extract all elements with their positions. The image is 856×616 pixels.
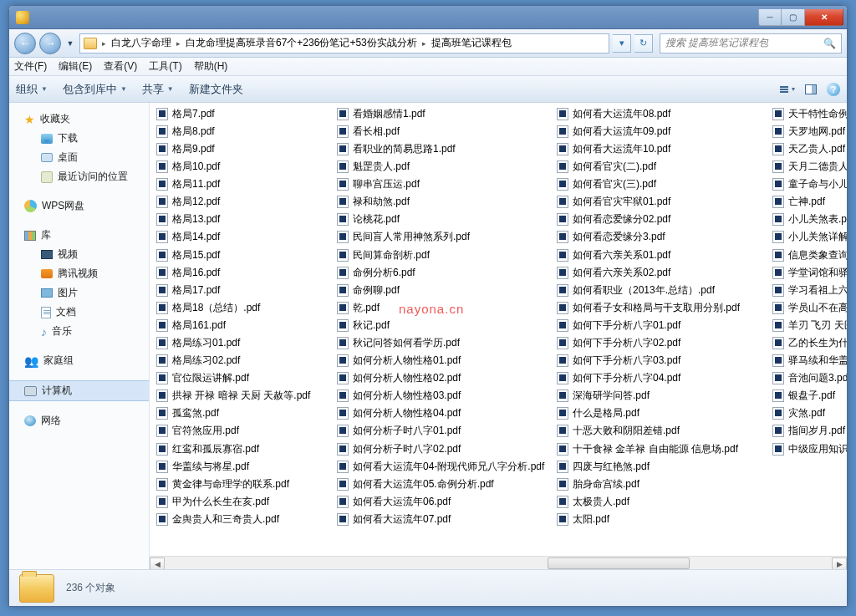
file-item[interactable]: 天月二德贵人.pd xyxy=(772,159,847,175)
file-item[interactable]: 拱禄 开禄 暗禄 天厨 天赦等.pdf xyxy=(156,389,329,405)
file-item[interactable]: 孤鸾煞.pdf xyxy=(156,406,329,422)
file-item[interactable]: 红鸾和孤辰寡宿.pdf xyxy=(156,441,329,457)
file-item[interactable]: 秋记问答如何看学历.pdf xyxy=(337,335,548,351)
file-item[interactable]: 学员山不在高问题 xyxy=(772,300,847,316)
file-item[interactable]: 如何分析子时八字01.pdf xyxy=(337,424,548,440)
file-item[interactable]: 官位限运讲解.pdf xyxy=(156,370,329,386)
file-item[interactable]: 童子命与小儿关 xyxy=(772,176,847,192)
file-item[interactable]: 天罗地网.pdf xyxy=(772,124,847,140)
file-item[interactable]: 信息类象查询用. xyxy=(772,247,847,263)
file-item[interactable]: 格局14.pdf xyxy=(156,230,329,246)
close-button[interactable]: ✕ xyxy=(805,9,843,26)
file-item[interactable]: 深海研学问答.pdf xyxy=(557,389,764,405)
sidebar-wps[interactable]: WPS网盘 xyxy=(9,196,149,216)
file-item[interactable]: 看长相.pdf xyxy=(337,124,548,140)
addr-dropdown[interactable]: ▾ xyxy=(613,34,631,53)
file-item[interactable]: 如何看大运流年07.pdf xyxy=(337,512,548,527)
menu-view[interactable]: 查看(V) xyxy=(104,59,137,74)
file-item[interactable]: 魁罡贵人.pdf xyxy=(337,159,548,175)
file-item[interactable]: 民间盲人常用神煞系列.pdf xyxy=(337,230,548,246)
sidebar-libraries[interactable]: 库 xyxy=(9,226,149,245)
file-item[interactable]: 驿马续和华盖.pd xyxy=(772,353,847,369)
file-item[interactable]: 格局15.pdf xyxy=(156,247,329,263)
file-item[interactable]: 胎身命宫续.pdf xyxy=(557,476,764,492)
sidebar-tencent-video[interactable]: 腾讯视频 xyxy=(9,264,149,283)
file-item[interactable]: 指间岁月.pdf xyxy=(772,424,847,440)
file-item[interactable]: 格局9.pdf xyxy=(156,141,329,157)
file-item[interactable]: 如何看恋爱缘分3.pdf xyxy=(557,230,764,246)
file-item[interactable]: 如何分析人物性格02.pdf xyxy=(337,370,548,386)
sidebar-favorites[interactable]: ★收藏夹 xyxy=(9,109,149,129)
file-item[interactable]: 格局11.pdf xyxy=(156,176,329,192)
file-item[interactable]: 太极贵人.pdf xyxy=(557,494,764,510)
file-item[interactable]: 格局练习01.pdf xyxy=(156,335,329,351)
maximize-button[interactable]: ▢ xyxy=(782,9,805,26)
file-item[interactable]: 聊串宫压运.pdf xyxy=(337,176,548,192)
file-item[interactable]: 民间算命剖析.pdf xyxy=(337,247,548,263)
file-item[interactable]: 小儿关煞详解.pd xyxy=(772,230,847,246)
file-item[interactable]: 如何看官灾(二).pdf xyxy=(557,159,764,175)
file-item[interactable]: 如何分析人物性格04.pdf xyxy=(337,406,548,422)
help-button[interactable]: ? xyxy=(827,83,840,96)
file-item[interactable]: 甲为什么长生在亥.pdf xyxy=(156,494,329,510)
file-item[interactable]: 如何看恋爱缘分02.pdf xyxy=(557,212,764,228)
file-item[interactable]: 如何看大运流年06.pdf xyxy=(337,494,548,510)
back-button[interactable]: ← xyxy=(14,33,36,54)
file-item[interactable]: 如何看官灾牢狱01.pdf xyxy=(557,194,764,210)
new-folder-button[interactable]: 新建文件夹 xyxy=(189,82,243,97)
file-item[interactable]: 天乙贵人.pdf xyxy=(772,141,847,157)
file-item[interactable]: 如何看大运流年10.pdf xyxy=(557,141,764,157)
file-item[interactable]: 如何看大运流年05.命例分析.pdf xyxy=(337,476,548,492)
file-item[interactable]: 如何看官灾(三).pdf xyxy=(557,176,764,192)
menu-help[interactable]: 帮助(H) xyxy=(194,59,228,74)
file-item[interactable]: 如何看六亲关系01.pdf xyxy=(557,247,764,263)
file-item[interactable]: 金舆贵人和三奇贵人.pdf xyxy=(156,512,329,527)
file-item[interactable]: 如何下手分析八字04.pdf xyxy=(557,370,764,386)
file-item[interactable]: 乙的长生为什么 xyxy=(772,335,847,351)
refresh-button[interactable]: ↻ xyxy=(634,34,653,53)
file-item[interactable]: 如何下手分析八字03.pdf xyxy=(557,353,764,369)
file-item[interactable]: 如何看六亲关系02.pdf xyxy=(557,265,764,281)
organize-button[interactable]: 组织▼ xyxy=(16,82,48,97)
sidebar-downloads[interactable]: 下载 xyxy=(9,129,149,148)
scroll-thumb[interactable] xyxy=(548,557,690,569)
file-item[interactable]: 禄和劫煞.pdf xyxy=(337,194,548,210)
file-item[interactable]: 格局练习02.pdf xyxy=(156,353,329,369)
file-item[interactable]: 格局16.pdf xyxy=(156,265,329,281)
file-item[interactable]: 学习看祖上六亲的 xyxy=(772,283,847,298)
file-item[interactable]: 格局13.pdf xyxy=(156,212,329,228)
file-item[interactable]: 小儿关煞表.pdf xyxy=(772,212,847,228)
preview-pane-button[interactable] xyxy=(805,84,817,94)
view-mode-button[interactable]: ▾ xyxy=(780,85,795,93)
file-item[interactable]: 华盖续与将星.pdf xyxy=(156,459,329,475)
file-item[interactable]: 十恶大败和阴阳差错.pdf xyxy=(557,424,764,440)
file-item[interactable]: 灾煞.pdf xyxy=(772,406,847,422)
file-item[interactable]: 天干特性命例分析 xyxy=(772,106,847,122)
file-item[interactable]: 如何看大运流年08.pdf xyxy=(557,106,764,122)
file-item[interactable]: 格局18（总结）.pdf xyxy=(156,300,329,316)
address-bar[interactable]: ▸ 白龙八字命理 ▸ 白龙命理提高班录音67个+236份笔记+53份实战分析 ▸… xyxy=(79,33,609,53)
file-item[interactable]: 命例分析6.pdf xyxy=(337,265,548,281)
file-item[interactable]: 看职业的简易思路1.pdf xyxy=(337,141,548,157)
sidebar-pictures[interactable]: 图片 xyxy=(9,283,149,303)
sidebar-homegroup[interactable]: 👥家庭组 xyxy=(9,351,149,370)
file-item[interactable]: 如何看职业（2013年.总结）.pdf xyxy=(557,283,764,298)
forward-button[interactable]: → xyxy=(39,33,61,54)
file-item[interactable]: 如何分析人物性格03.pdf xyxy=(337,389,548,405)
file-item[interactable]: 如何看大运流年04-附现代师兄八字分析.pdf xyxy=(337,459,548,475)
file-item[interactable]: 羊刃 飞刃 天医.p xyxy=(772,318,847,333)
file-item[interactable]: 四废与红艳煞.pdf xyxy=(557,459,764,475)
file-item[interactable]: 学堂词馆和驿马. xyxy=(772,265,847,281)
sidebar-computer[interactable]: 计算机 xyxy=(9,380,149,401)
minimize-button[interactable]: ─ xyxy=(758,9,782,26)
file-item[interactable]: 格局8.pdf xyxy=(156,124,329,140)
file-item[interactable]: 命例聊.pdf xyxy=(337,283,548,298)
include-in-library-button[interactable]: 包含到库中▼ xyxy=(63,82,127,97)
file-item[interactable]: 格局17.pdf xyxy=(156,283,329,298)
file-item[interactable]: 太阳.pdf xyxy=(557,512,764,527)
breadcrumb-2[interactable]: 白龙命理提高班录音67个+236份笔记+53份实战分析 xyxy=(186,36,417,50)
file-item[interactable]: 如何分析人物性格01.pdf xyxy=(337,353,548,369)
file-item[interactable]: 格局10.pdf xyxy=(156,159,329,175)
file-item[interactable]: 如何下手分析八字01.pdf xyxy=(557,318,764,333)
file-item[interactable]: 格局12.pdf xyxy=(156,194,329,210)
